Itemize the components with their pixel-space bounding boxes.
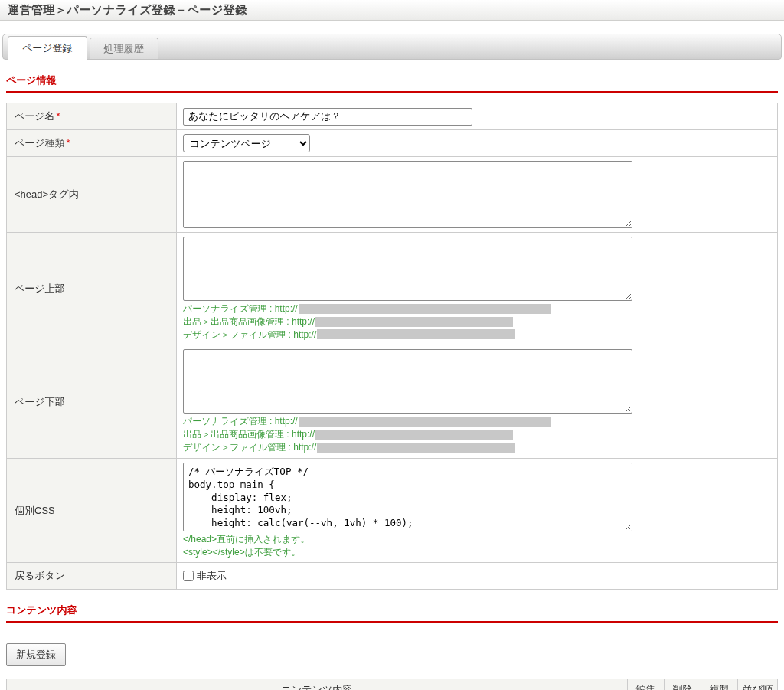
page-name-input[interactable] (183, 108, 472, 126)
head-tag-label: <head>タグ内 (7, 157, 177, 233)
tab-strip-wrap: ページ登録 処理履歴 (0, 21, 784, 60)
column-header-content: コンテンツ内容 (7, 679, 628, 690)
form-row-page-name: ページ名* (7, 103, 778, 130)
section-heading-contents: コンテンツ内容 (6, 603, 778, 623)
page-info-form-table: ページ名* ページ種類* コンテンツページ <head>タグ内 ページ上部 (6, 103, 778, 590)
form-row-custom-css: 個別CSS /* パーソナライズTOP */ body.top main { d… (7, 458, 778, 563)
hint-line: <style></style>は不要です。 (183, 546, 771, 559)
required-mark: * (57, 110, 60, 122)
main-content: ページ情報 ページ名* ページ種類* コンテンツページ <head>タグ内 (0, 74, 784, 690)
hide-checkbox-row: 非表示 (183, 569, 771, 583)
hint-text: 出品＞出品商品画像管理 : http:// (183, 428, 315, 441)
new-registration-button[interactable]: 新規登録 (6, 643, 66, 666)
required-mark: * (67, 137, 70, 149)
hint-line: </head>直前に挿入されます。 (183, 533, 771, 546)
page-top-textarea[interactable] (183, 237, 632, 301)
page-title: 運営管理＞パーソナライズ登録－ページ登録 (8, 3, 247, 18)
tab-process-history[interactable]: 処理履歴 (90, 38, 158, 59)
hide-checkbox-label: 非表示 (197, 569, 227, 583)
custom-css-label: 個別CSS (7, 458, 177, 563)
redacted-url-bar (299, 304, 551, 314)
hint-text: パーソナライズ管理 : http:// (183, 302, 298, 316)
back-button-label: 戻るボタン (7, 563, 177, 590)
redacted-url-bar (315, 317, 513, 327)
hint-text: パーソナライズ管理 : http:// (183, 415, 298, 428)
page-type-label: ページ種類 (15, 137, 65, 149)
hint-text: デザイン＞ファイル管理 : http:// (183, 441, 316, 454)
form-row-back-button: 戻るボタン 非表示 (7, 563, 778, 590)
contents-table-header-row: コンテンツ内容 編集 削除 複製 並び順 (7, 679, 778, 690)
hint-line: パーソナライズ管理 : http:// (183, 302, 771, 316)
tab-page-registration-label: ページ登録 (22, 41, 73, 55)
hint-line: 出品＞出品商品画像管理 : http:// (183, 428, 771, 441)
hint-line: デザイン＞ファイル管理 : http:// (183, 441, 771, 454)
tab-strip: ページ登録 処理履歴 (2, 34, 782, 60)
hint-text: 出品＞出品商品画像管理 : http:// (183, 316, 315, 329)
section-heading-page-info: ページ情報 (6, 74, 778, 93)
tab-page-registration[interactable]: ページ登録 (8, 36, 87, 60)
custom-css-hints: </head>直前に挿入されます。 <style></style>は不要です。 (183, 533, 771, 559)
hide-checkbox[interactable] (183, 571, 194, 581)
custom-css-textarea[interactable]: /* パーソナライズTOP */ body.top main { display… (183, 463, 632, 531)
page-bottom-url-hints: パーソナライズ管理 : http:// 出品＞出品商品画像管理 : http:/… (183, 415, 771, 453)
tab-process-history-label: 処理履歴 (104, 42, 144, 56)
hint-text: <style></style>は不要です。 (183, 546, 301, 559)
hint-line: デザイン＞ファイル管理 : http:// (183, 329, 771, 342)
form-row-head-tag: <head>タグ内 (7, 157, 778, 233)
column-header-edit: 編集 (628, 679, 665, 690)
hint-line: パーソナライズ管理 : http:// (183, 415, 771, 428)
page-type-select[interactable]: コンテンツページ (183, 134, 310, 152)
redacted-url-bar (317, 329, 514, 339)
hint-text: デザイン＞ファイル管理 : http:// (183, 329, 316, 342)
hint-line: 出品＞出品商品画像管理 : http:// (183, 316, 771, 329)
form-row-page-top: ページ上部 パーソナライズ管理 : http:// 出品＞出品商品画像管理 : … (7, 233, 778, 345)
form-row-page-bottom: ページ下部 パーソナライズ管理 : http:// 出品＞出品商品画像管理 : … (7, 345, 778, 458)
column-header-order: 並び順 (738, 679, 778, 690)
page-bottom-label: ページ下部 (7, 345, 177, 458)
redacted-url-bar (317, 443, 514, 453)
hint-text: </head>直前に挿入されます。 (183, 533, 309, 546)
page-type-label-cell: ページ種類* (7, 130, 177, 157)
page-top-url-hints: パーソナライズ管理 : http:// 出品＞出品商品画像管理 : http:/… (183, 302, 771, 341)
head-tag-textarea[interactable] (183, 161, 632, 228)
form-row-page-type: ページ種類* コンテンツページ (7, 130, 778, 157)
redacted-url-bar (315, 430, 513, 440)
title-bar: 運営管理＞パーソナライズ登録－ページ登録 (0, 0, 784, 21)
column-header-copy: 複製 (701, 679, 738, 690)
page-bottom-textarea[interactable] (183, 349, 632, 414)
page-name-label-cell: ページ名* (7, 103, 177, 130)
contents-table: コンテンツ内容 編集 削除 複製 並び順 カスタムエリア 編集 削除 複製 (6, 679, 778, 690)
redacted-url-bar (299, 417, 551, 427)
page-top-label: ページ上部 (7, 233, 177, 345)
column-header-delete: 削除 (665, 679, 701, 690)
page-name-label: ページ名 (15, 110, 55, 122)
